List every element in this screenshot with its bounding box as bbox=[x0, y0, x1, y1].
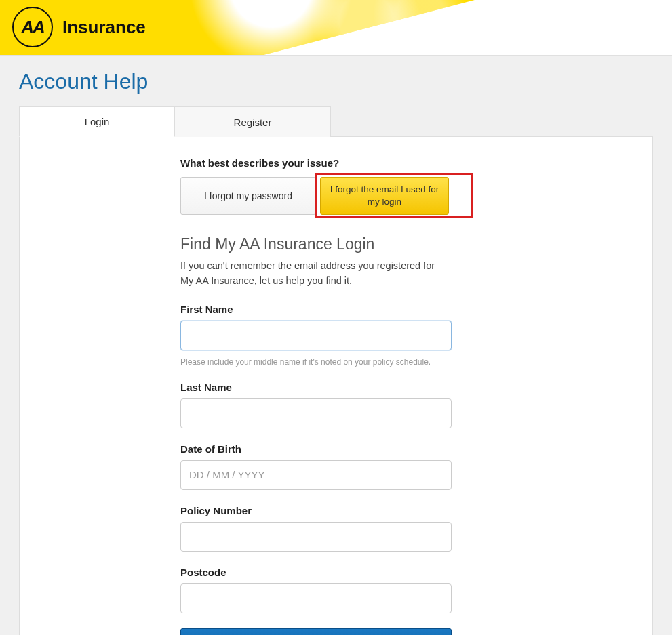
last-name-input[interactable] bbox=[180, 398, 452, 428]
first-name-hint: Please include your middle name if it's … bbox=[180, 357, 479, 367]
first-name-field-group: First Name Please include your middle na… bbox=[180, 304, 479, 367]
first-name-input[interactable] bbox=[180, 321, 452, 350]
policy-number-label: Policy Number bbox=[180, 505, 479, 516]
dob-label: Date of Birth bbox=[180, 443, 479, 455]
forgot-email-button[interactable]: I forgot the email I used for my login bbox=[320, 177, 449, 215]
tab-register-label: Register bbox=[234, 117, 272, 128]
form-description: If you can't remember the email address … bbox=[180, 259, 445, 289]
logo[interactable]: AA Insurance bbox=[12, 7, 146, 47]
dob-input[interactable] bbox=[180, 460, 452, 490]
forgot-password-label: I forgot my password bbox=[204, 190, 292, 201]
tab-login-label: Login bbox=[85, 116, 110, 127]
form-heading: Find My AA Insurance Login bbox=[180, 235, 479, 253]
forgot-email-label: I forgot the email I used for my login bbox=[328, 184, 441, 207]
postcode-label: Postcode bbox=[180, 567, 479, 578]
policy-number-field-group: Policy Number bbox=[180, 505, 479, 552]
content-panel: What best describes your issue? I forgot… bbox=[19, 136, 653, 635]
last-name-label: Last Name bbox=[180, 382, 479, 393]
postcode-input[interactable] bbox=[180, 583, 452, 613]
logo-circle-icon: AA bbox=[12, 7, 53, 47]
find-my-login-button[interactable]: Find my login bbox=[180, 628, 452, 636]
header: AA Insurance bbox=[0, 0, 672, 56]
forgot-password-button[interactable]: I forgot my password bbox=[180, 177, 316, 215]
tabs: Login Register bbox=[19, 106, 653, 137]
issue-options: I forgot my password I forgot the email … bbox=[180, 177, 479, 215]
tab-login[interactable]: Login bbox=[19, 106, 175, 137]
form-container: What best describes your issue? I forgot… bbox=[180, 157, 479, 635]
page-title: Account Help bbox=[19, 69, 653, 94]
logo-text: Insurance bbox=[62, 17, 146, 38]
first-name-label: First Name bbox=[180, 304, 479, 315]
page-container: Account Help Login Register What best de… bbox=[0, 56, 672, 635]
tab-register[interactable]: Register bbox=[175, 106, 331, 137]
issue-question: What best describes your issue? bbox=[180, 157, 479, 169]
policy-number-input[interactable] bbox=[180, 522, 452, 552]
last-name-field-group: Last Name bbox=[180, 382, 479, 428]
dob-field-group: Date of Birth bbox=[180, 443, 479, 490]
postcode-field-group: Postcode bbox=[180, 567, 479, 613]
logo-letters: AA bbox=[21, 17, 44, 38]
